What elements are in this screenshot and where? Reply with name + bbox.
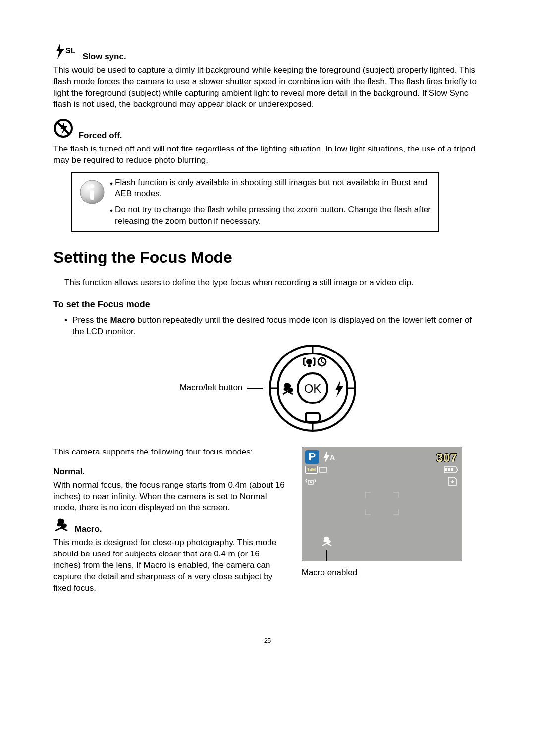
notice-item: • Flash function is only available in sh… xyxy=(110,177,433,200)
svg-rect-24 xyxy=(451,468,453,471)
forced-off-section: Forced off. The flash is turned off and … xyxy=(54,118,483,166)
svg-rect-14 xyxy=(308,365,311,367)
notice-item-text: Flash function is only available in shoo… xyxy=(115,177,433,200)
focus-brackets xyxy=(302,509,462,515)
flash-sl-suffix: SL xyxy=(65,47,76,55)
forced-off-icon xyxy=(54,118,73,142)
lcd-resolution-icon: 14M xyxy=(305,466,327,474)
slow-sync-section: SL Slow sync. This would be used to capt… xyxy=(54,43,483,110)
lcd-macro-icon xyxy=(321,536,333,550)
lcd-mode-icon: P xyxy=(305,450,319,464)
macro-mode-section: Macro. This mode is designed for close-u… xyxy=(54,518,286,594)
ok-label: OK xyxy=(304,382,321,395)
control-dial-diagram: Macro/left button OK xyxy=(54,344,483,433)
notice-box: • Flash function is only available in sh… xyxy=(71,172,439,233)
page-number: 25 xyxy=(0,636,535,645)
document-page: SL Slow sync. This would be used to capt… xyxy=(0,0,535,756)
slow-sync-title: Slow sync. xyxy=(83,52,126,61)
svg-rect-4 xyxy=(90,190,94,200)
svg-line-17 xyxy=(322,362,324,363)
macro-title: Macro. xyxy=(75,524,102,534)
lcd-card-icon xyxy=(447,476,458,490)
focus-brackets xyxy=(302,492,462,498)
bullet-prefix: Press the xyxy=(72,315,110,325)
macro-icon xyxy=(54,518,69,535)
svg-rect-22 xyxy=(445,468,447,471)
notice-item: • Do not try to change the flash while p… xyxy=(110,204,433,227)
lcd-stabilizer-icon xyxy=(305,478,315,490)
notice-item-text: Do not try to change the flash while pre… xyxy=(115,204,433,227)
control-dial-icon: OK xyxy=(268,344,357,433)
svg-point-13 xyxy=(306,359,312,365)
sub-heading: To set the Focus mode xyxy=(54,299,483,310)
svg-rect-23 xyxy=(448,468,450,471)
svg-rect-19 xyxy=(320,467,326,472)
lcd-shots-counter: 307 xyxy=(436,450,458,466)
macro-body: This mode is designed for close-up photo… xyxy=(54,537,286,594)
svg-rect-18 xyxy=(306,413,320,422)
callout-line xyxy=(326,550,327,561)
info-icon xyxy=(76,177,108,228)
bullet-bold: Macro xyxy=(110,315,135,325)
normal-mode-section: Normal. With normal focus, the focus ran… xyxy=(54,466,286,514)
lcd-caption: Macro enabled xyxy=(302,567,483,579)
forced-off-body: The flash is turned off and will not fir… xyxy=(54,144,483,166)
flash-sl-icon: SL xyxy=(54,43,77,63)
lcd-preview: P A 307 14M xyxy=(302,447,462,561)
svg-point-3 xyxy=(90,184,94,188)
lcd-flash-icon: A xyxy=(322,451,336,466)
diagram-label: Macro/left button xyxy=(180,382,243,394)
section-heading: Setting the Focus Mode xyxy=(54,247,483,268)
intro-text: This function allows users to define the… xyxy=(54,277,483,289)
supported-intro: This camera supports the following four … xyxy=(54,447,286,458)
slow-sync-body: This would be used to capture a dimly li… xyxy=(54,65,483,110)
svg-point-21 xyxy=(310,481,312,483)
forced-off-title: Forced off. xyxy=(79,131,122,140)
normal-body: With normal focus, the focus range start… xyxy=(54,480,286,514)
lcd-flash-auto-label: A xyxy=(330,454,335,461)
instruction-bullet: • Press the Macro button repeatedly unti… xyxy=(64,315,483,338)
normal-title: Normal. xyxy=(54,467,85,476)
